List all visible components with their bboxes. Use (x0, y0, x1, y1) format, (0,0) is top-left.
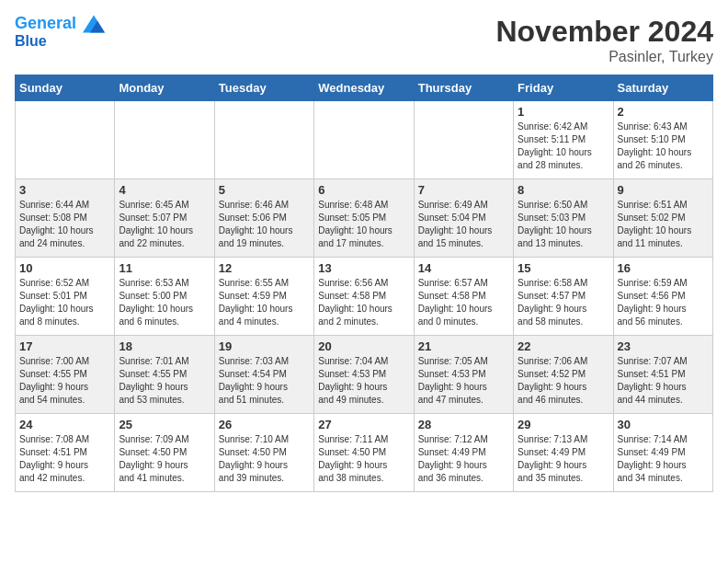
day-info: Sunrise: 7:11 AM Sunset: 4:50 PM Dayligh… (318, 433, 409, 485)
day-info: Sunrise: 6:51 AM Sunset: 5:02 PM Dayligh… (618, 199, 709, 250)
calendar-day-cell: 1Sunrise: 6:42 AM Sunset: 5:11 PM Daylig… (514, 101, 613, 179)
day-number: 23 (618, 339, 709, 353)
calendar-week-row: 24Sunrise: 7:08 AM Sunset: 4:51 PM Dayli… (16, 414, 713, 492)
day-info: Sunrise: 6:52 AM Sunset: 5:01 PM Dayligh… (19, 277, 110, 328)
calendar-day-cell: 16Sunrise: 6:59 AM Sunset: 4:56 PM Dayli… (613, 258, 712, 336)
calendar-day-cell: 28Sunrise: 7:12 AM Sunset: 4:49 PM Dayli… (414, 414, 513, 492)
day-info: Sunrise: 6:49 AM Sunset: 5:04 PM Dayligh… (418, 199, 509, 250)
calendar-week-row: 17Sunrise: 7:00 AM Sunset: 4:55 PM Dayli… (16, 336, 713, 414)
day-number: 18 (119, 339, 210, 353)
day-number: 20 (318, 339, 409, 353)
calendar-day-cell: 30Sunrise: 7:14 AM Sunset: 4:49 PM Dayli… (613, 414, 712, 492)
calendar-day-cell: 5Sunrise: 6:46 AM Sunset: 5:06 PM Daylig… (214, 179, 313, 258)
day-number: 21 (418, 339, 509, 353)
day-info: Sunrise: 6:45 AM Sunset: 5:07 PM Dayligh… (119, 199, 210, 250)
day-info: Sunrise: 7:06 AM Sunset: 4:52 PM Dayligh… (518, 355, 609, 407)
calendar-day-cell: 15Sunrise: 6:58 AM Sunset: 4:57 PM Dayli… (514, 258, 613, 336)
day-number: 12 (219, 261, 310, 275)
calendar-week-row: 3Sunrise: 6:44 AM Sunset: 5:08 PM Daylig… (16, 179, 713, 258)
day-number: 25 (119, 418, 210, 431)
calendar-day-cell: 26Sunrise: 7:10 AM Sunset: 4:50 PM Dayli… (214, 414, 313, 492)
weekday-header: Tuesday (214, 75, 313, 101)
calendar-day-cell: 21Sunrise: 7:05 AM Sunset: 4:53 PM Dayli… (414, 336, 513, 414)
day-number: 1 (518, 105, 609, 119)
title-block: November 2024 Pasinler, Turkey (495, 15, 713, 65)
weekday-header: Sunday (16, 75, 115, 101)
day-number: 5 (219, 183, 310, 197)
calendar-day-cell: 12Sunrise: 6:55 AM Sunset: 4:59 PM Dayli… (214, 258, 313, 336)
calendar-day-cell: 7Sunrise: 6:49 AM Sunset: 5:04 PM Daylig… (414, 179, 513, 258)
calendar-day-cell: 6Sunrise: 6:48 AM Sunset: 5:05 PM Daylig… (314, 179, 414, 258)
location: Pasinler, Turkey (495, 49, 713, 65)
day-number: 26 (219, 418, 310, 431)
calendar-day-cell (414, 101, 513, 179)
calendar-week-row: 1Sunrise: 6:42 AM Sunset: 5:11 PM Daylig… (16, 101, 713, 179)
calendar-day-cell: 22Sunrise: 7:06 AM Sunset: 4:52 PM Dayli… (514, 336, 613, 414)
day-number: 6 (318, 183, 409, 197)
day-info: Sunrise: 7:14 AM Sunset: 4:49 PM Dayligh… (618, 433, 709, 485)
calendar-day-cell: 17Sunrise: 7:00 AM Sunset: 4:55 PM Dayli… (16, 336, 115, 414)
weekday-header: Monday (115, 75, 214, 101)
day-info: Sunrise: 6:55 AM Sunset: 4:59 PM Dayligh… (219, 277, 310, 328)
month-title: November 2024 (495, 15, 713, 49)
calendar-day-cell: 2Sunrise: 6:43 AM Sunset: 5:10 PM Daylig… (613, 101, 712, 179)
day-info: Sunrise: 6:42 AM Sunset: 5:11 PM Dayligh… (518, 121, 609, 172)
day-number: 16 (618, 261, 709, 275)
day-number: 27 (318, 418, 409, 431)
day-info: Sunrise: 7:12 AM Sunset: 4:49 PM Dayligh… (418, 433, 509, 485)
day-info: Sunrise: 6:48 AM Sunset: 5:05 PM Dayligh… (318, 199, 409, 250)
day-info: Sunrise: 6:59 AM Sunset: 4:56 PM Dayligh… (618, 277, 709, 328)
day-number: 29 (518, 418, 609, 431)
logo: General Blue (15, 15, 105, 50)
day-info: Sunrise: 7:03 AM Sunset: 4:54 PM Dayligh… (219, 355, 310, 407)
day-info: Sunrise: 7:10 AM Sunset: 4:50 PM Dayligh… (219, 433, 310, 485)
day-info: Sunrise: 6:56 AM Sunset: 4:58 PM Dayligh… (318, 277, 409, 328)
calendar-day-cell: 11Sunrise: 6:53 AM Sunset: 5:00 PM Dayli… (115, 258, 214, 336)
day-number: 14 (418, 261, 509, 275)
calendar-day-cell: 18Sunrise: 7:01 AM Sunset: 4:55 PM Dayli… (115, 336, 214, 414)
day-info: Sunrise: 7:05 AM Sunset: 4:53 PM Dayligh… (418, 355, 509, 407)
calendar-header-row: SundayMondayTuesdayWednesdayThursdayFrid… (16, 75, 713, 101)
calendar-day-cell: 3Sunrise: 6:44 AM Sunset: 5:08 PM Daylig… (16, 179, 115, 258)
calendar-day-cell: 27Sunrise: 7:11 AM Sunset: 4:50 PM Dayli… (314, 414, 414, 492)
calendar-day-cell: 13Sunrise: 6:56 AM Sunset: 4:58 PM Dayli… (314, 258, 414, 336)
day-info: Sunrise: 6:57 AM Sunset: 4:58 PM Dayligh… (418, 277, 509, 328)
day-number: 30 (618, 418, 709, 431)
day-number: 10 (19, 261, 110, 275)
day-info: Sunrise: 7:00 AM Sunset: 4:55 PM Dayligh… (19, 355, 110, 407)
calendar-week-row: 10Sunrise: 6:52 AM Sunset: 5:01 PM Dayli… (16, 258, 713, 336)
day-number: 7 (418, 183, 509, 197)
day-number: 17 (19, 339, 110, 353)
calendar-day-cell: 4Sunrise: 6:45 AM Sunset: 5:07 PM Daylig… (115, 179, 214, 258)
day-number: 4 (119, 183, 210, 197)
day-info: Sunrise: 7:08 AM Sunset: 4:51 PM Dayligh… (19, 433, 110, 485)
weekday-header: Thursday (414, 75, 513, 101)
calendar-day-cell (214, 101, 313, 179)
weekday-header: Saturday (613, 75, 712, 101)
day-number: 2 (618, 105, 709, 119)
day-info: Sunrise: 7:09 AM Sunset: 4:50 PM Dayligh… (119, 433, 210, 485)
day-number: 9 (618, 183, 709, 197)
logo-icon (83, 15, 105, 33)
day-info: Sunrise: 6:44 AM Sunset: 5:08 PM Dayligh… (19, 199, 110, 250)
day-number: 15 (518, 261, 609, 275)
day-number: 22 (518, 339, 609, 353)
day-number: 3 (19, 183, 110, 197)
day-info: Sunrise: 6:46 AM Sunset: 5:06 PM Dayligh… (219, 199, 310, 250)
calendar-day-cell (314, 101, 414, 179)
calendar-table: SundayMondayTuesdayWednesdayThursdayFrid… (15, 75, 713, 492)
weekday-header: Wednesday (314, 75, 414, 101)
day-info: Sunrise: 7:01 AM Sunset: 4:55 PM Dayligh… (119, 355, 210, 407)
calendar-day-cell: 29Sunrise: 7:13 AM Sunset: 4:49 PM Dayli… (514, 414, 613, 492)
day-number: 19 (219, 339, 310, 353)
calendar-day-cell: 25Sunrise: 7:09 AM Sunset: 4:50 PM Dayli… (115, 414, 214, 492)
day-info: Sunrise: 6:50 AM Sunset: 5:03 PM Dayligh… (518, 199, 609, 250)
day-info: Sunrise: 7:07 AM Sunset: 4:51 PM Dayligh… (618, 355, 709, 407)
calendar-day-cell: 19Sunrise: 7:03 AM Sunset: 4:54 PM Dayli… (214, 336, 313, 414)
calendar-day-cell: 23Sunrise: 7:07 AM Sunset: 4:51 PM Dayli… (613, 336, 712, 414)
day-info: Sunrise: 6:53 AM Sunset: 5:00 PM Dayligh… (119, 277, 210, 328)
day-number: 8 (518, 183, 609, 197)
day-number: 28 (418, 418, 509, 431)
calendar-day-cell: 20Sunrise: 7:04 AM Sunset: 4:53 PM Dayli… (314, 336, 414, 414)
calendar-day-cell: 24Sunrise: 7:08 AM Sunset: 4:51 PM Dayli… (16, 414, 115, 492)
